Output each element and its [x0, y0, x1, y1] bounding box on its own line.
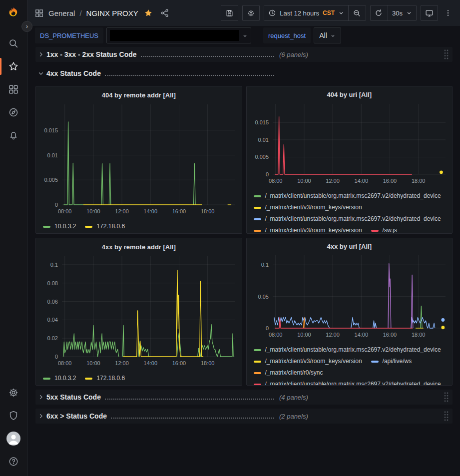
timeseries-chart[interactable]: 00.0050.010.01508:0010:0012:0014:0016:00… [36, 102, 242, 220]
chevron-down-icon [330, 33, 336, 38]
legend-item[interactable]: 172.18.0.6 [85, 373, 125, 384]
legend-item[interactable]: /_matrix/client/r0/sync [254, 367, 323, 379]
timeseries-chart[interactable]: 00.050.108:0010:0012:0014:0016:0018:00 [247, 253, 453, 343]
sidebar-item-profile[interactable] [0, 427, 27, 450]
legend-label: 10.0.3.2 [54, 373, 76, 384]
legend-swatch [371, 230, 379, 232]
panel-title[interactable]: 404 by uri [All] [247, 87, 453, 102]
legend-label: /_matrix/client/v3/room_keys/version [265, 202, 362, 213]
breadcrumb: General / NGINX PROXY [34, 8, 169, 18]
refresh-interval-label: 30s [392, 9, 403, 17]
panel-title[interactable]: 4xx by uri [All] [247, 239, 453, 253]
legend-swatch [254, 207, 261, 209]
row-drag-handle[interactable] [443, 392, 450, 403]
legend-item[interactable]: 10.0.3.2 [43, 221, 76, 232]
header-actions: Last 12 hours CST [221, 5, 454, 21]
request-host-value: All [319, 31, 327, 39]
svg-text:0.04: 0.04 [47, 317, 58, 323]
legend-item[interactable]: /_matrix/client/unstable/org.matrix.msc2… [254, 379, 441, 385]
legend-item[interactable]: /_matrix/client/unstable/org.matrix.msc2… [254, 190, 441, 202]
svg-text:0: 0 [55, 202, 58, 208]
timeseries-chart[interactable]: 00.0050.010.01508:0010:0012:0014:0016:00… [247, 102, 453, 189]
row-header-6xx[interactable]: 6xx > Status Code (2 panels) [35, 409, 453, 424]
gear-icon [8, 387, 19, 398]
grafana-app: › [0, 0, 460, 476]
page-title[interactable]: NGINX PROXY [86, 9, 138, 17]
svg-text:08:00: 08:00 [268, 178, 282, 184]
dashboard-settings-button[interactable] [242, 5, 260, 21]
legend-item[interactable]: /_matrix/client/unstable/org.matrix.msc2… [254, 344, 441, 356]
share-dashboard-button[interactable] [160, 8, 169, 17]
legend-item[interactable]: /_matrix/client/unstable/org.matrix.msc2… [254, 213, 441, 225]
refresh-interval-picker[interactable]: 30s [388, 5, 416, 20]
time-range-label: Last 12 hours [280, 9, 319, 17]
dotted-leader [105, 399, 274, 400]
sidebar-item-explore[interactable] [0, 101, 27, 124]
legend-item[interactable]: /_matrix/client/v3/room_keys/version [254, 225, 362, 233]
dashboards-grid-icon [8, 84, 19, 95]
legend-item[interactable]: /api/live/ws [371, 356, 412, 367]
svg-text:12:00: 12:00 [326, 332, 340, 338]
legend-label: /_matrix/client/r0/sync [265, 367, 323, 379]
svg-text:0.02: 0.02 [47, 335, 58, 341]
avatar-person-icon [6, 432, 20, 446]
panel-title[interactable]: 404 by remote addr [All] [36, 87, 242, 102]
datasource-variable-select[interactable] [106, 27, 251, 43]
svg-text:0.005: 0.005 [255, 154, 269, 160]
legend-item[interactable]: /_matrix/client/v3/room_keys/version [254, 356, 362, 367]
sidebar-item-starred[interactable] [0, 55, 27, 78]
breadcrumb-folder[interactable]: General [48, 9, 75, 17]
request-host-variable-label[interactable]: request_host [263, 27, 311, 43]
zoom-out-time-button[interactable] [349, 5, 366, 20]
monitor-icon [425, 9, 434, 17]
row-panel-count: (4 panels) [279, 394, 308, 401]
svg-text:12:00: 12:00 [115, 208, 129, 214]
datasource-variable-label[interactable]: DS_PROMETHEUS [35, 27, 103, 43]
svg-text:0.01: 0.01 [47, 152, 58, 158]
row-header-1xx[interactable]: 1xx - 3xx - 2xx Status Code (6 panels) [35, 47, 453, 62]
sidebar: › [0, 0, 27, 476]
save-dashboard-button[interactable] [221, 5, 238, 21]
legend-label: /_matrix/client/v3/room_keys/version [265, 356, 362, 367]
legend-item[interactable]: /_matrix/client/v3/room_keys/version [254, 202, 362, 213]
svg-text:08:00: 08:00 [58, 208, 72, 214]
sidebar-item-alerting[interactable] [0, 124, 27, 147]
legend-label: 10.0.3.2 [54, 221, 76, 232]
favorite-star-button[interactable] [144, 8, 153, 17]
legend-label: 172.18.0.6 [96, 373, 125, 384]
row-drag-handle[interactable] [443, 49, 450, 60]
sidebar-item-help[interactable] [0, 450, 27, 473]
sidebar-item-search[interactable] [0, 32, 27, 55]
legend-item[interactable]: /sw.js [371, 225, 397, 233]
chevron-down-icon [338, 10, 344, 16]
sidebar-expand-button[interactable]: › [21, 21, 32, 32]
sidebar-item-dashboards[interactable] [0, 78, 27, 101]
row-header-4xx[interactable]: 4xx Status Code [35, 66, 453, 81]
chevron-right-icon [37, 51, 44, 58]
tv-mode-button[interactable] [421, 5, 438, 21]
legend-item[interactable]: 172.18.0.6 [85, 221, 125, 232]
panel-4xx-by-remote-addr: 4xx by remote addr [All] 00.020.040.060.… [35, 238, 242, 386]
row-drag-handle[interactable] [443, 411, 450, 422]
legend-label: /_matrix/client/unstable/org.matrix.msc2… [265, 190, 441, 202]
panel-title[interactable]: 4xx by remote addr [All] [36, 239, 242, 254]
more-options-button[interactable] [442, 7, 454, 19]
shield-icon [8, 410, 19, 421]
sidebar-item-configuration[interactable] [0, 381, 27, 404]
row-title: 5xx Status Code [46, 393, 101, 401]
row-panel-count: (6 panels) [279, 51, 308, 58]
time-range-picker[interactable]: Last 12 hours CST [264, 5, 348, 20]
sidebar-item-server-admin[interactable] [0, 404, 27, 427]
refresh-button[interactable] [371, 5, 388, 20]
svg-text:14:00: 14:00 [144, 360, 158, 366]
grafana-flame-icon [7, 6, 20, 19]
svg-text:12:00: 12:00 [326, 178, 340, 184]
timeseries-chart[interactable]: 00.020.040.060.080.108:0010:0012:0014:00… [36, 254, 242, 372]
svg-text:18:00: 18:00 [201, 208, 215, 214]
breadcrumb-separator: / [79, 9, 81, 17]
request-host-variable-select[interactable]: All [314, 27, 341, 43]
legend-item[interactable]: 10.0.3.2 [43, 373, 76, 384]
legend-swatch [254, 195, 261, 197]
row-header-5xx[interactable]: 5xx Status Code (4 panels) [35, 390, 453, 405]
svg-text:0.1: 0.1 [50, 262, 58, 268]
